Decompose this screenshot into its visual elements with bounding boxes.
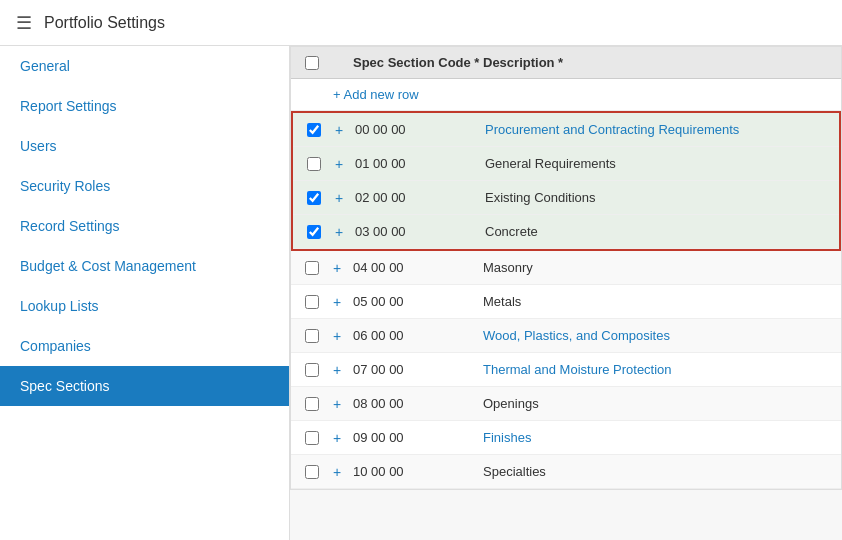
row-code: 05 00 00: [353, 294, 483, 309]
row-checkbox[interactable]: [305, 397, 319, 411]
row-checkbox-cell: [293, 191, 335, 205]
row-drag-handle[interactable]: +: [333, 328, 353, 344]
row-code: 02 00 00: [355, 190, 485, 205]
row-checkbox-cell: [291, 465, 333, 479]
sidebar-item-budget-cost[interactable]: Budget & Cost Management: [0, 246, 289, 286]
row-code: 01 00 00: [355, 156, 485, 171]
sidebar-item-companies[interactable]: Companies: [0, 326, 289, 366]
row-checkbox[interactable]: [305, 295, 319, 309]
row-checkbox[interactable]: [307, 225, 321, 239]
table-row: +06 00 00Wood, Plastics, and Composites: [291, 319, 841, 353]
row-description: Concrete: [485, 224, 839, 239]
row-drag-handle[interactable]: +: [335, 156, 355, 172]
row-checkbox[interactable]: [305, 465, 319, 479]
row-checkbox-cell: [293, 225, 335, 239]
row-code: 09 00 00: [353, 430, 483, 445]
row-description: Masonry: [483, 260, 841, 275]
row-description: Finishes: [483, 430, 841, 445]
row-checkbox[interactable]: [307, 123, 321, 137]
app-header: ☰ Portfolio Settings: [0, 0, 842, 46]
row-checkbox-cell: [291, 329, 333, 343]
sidebar-item-lookup-lists[interactable]: Lookup Lists: [0, 286, 289, 326]
table-row: +07 00 00Thermal and Moisture Protection: [291, 353, 841, 387]
row-checkbox-cell: [293, 123, 335, 137]
table-rows: +00 00 00Procurement and Contracting Req…: [291, 111, 841, 489]
sidebar-item-general[interactable]: General: [0, 46, 289, 86]
sidebar-item-users[interactable]: Users: [0, 126, 289, 166]
row-checkbox[interactable]: [305, 261, 319, 275]
column-header-code: Spec Section Code *: [353, 55, 483, 70]
row-checkbox[interactable]: [307, 157, 321, 171]
table-row: +01 00 00General Requirements: [293, 147, 839, 181]
table-row: +05 00 00Metals: [291, 285, 841, 319]
header-checkbox-col: [291, 56, 333, 70]
table-row: +03 00 00Concrete: [293, 215, 839, 249]
row-drag-handle[interactable]: +: [333, 260, 353, 276]
menu-icon[interactable]: ☰: [16, 12, 32, 34]
row-description: Procurement and Contracting Requirements: [485, 122, 839, 137]
row-drag-handle[interactable]: +: [335, 224, 355, 240]
row-checkbox[interactable]: [307, 191, 321, 205]
sidebar-item-report-settings[interactable]: Report Settings: [0, 86, 289, 126]
row-checkbox-cell: [291, 431, 333, 445]
row-drag-handle[interactable]: +: [333, 362, 353, 378]
selected-rows-group: +00 00 00Procurement and Contracting Req…: [291, 111, 841, 251]
sidebar-item-record-settings[interactable]: Record Settings: [0, 206, 289, 246]
row-code: 07 00 00: [353, 362, 483, 377]
row-description: Specialties: [483, 464, 841, 479]
spec-sections-table: Spec Section Code * Description * + Add …: [290, 46, 842, 490]
row-checkbox[interactable]: [305, 363, 319, 377]
table-row: +09 00 00Finishes: [291, 421, 841, 455]
main-content: Spec Section Code * Description * + Add …: [290, 46, 842, 540]
row-checkbox[interactable]: [305, 431, 319, 445]
row-code: 10 00 00: [353, 464, 483, 479]
page-title: Portfolio Settings: [44, 14, 165, 32]
column-header-desc: Description *: [483, 55, 841, 70]
row-code: 04 00 00: [353, 260, 483, 275]
row-checkbox-cell: [291, 261, 333, 275]
select-all-checkbox[interactable]: [305, 56, 319, 70]
row-drag-handle[interactable]: +: [333, 396, 353, 412]
row-drag-handle[interactable]: +: [335, 122, 355, 138]
table-row: +04 00 00Masonry: [291, 251, 841, 285]
row-code: 06 00 00: [353, 328, 483, 343]
sidebar: GeneralReport SettingsUsersSecurity Role…: [0, 46, 290, 540]
row-checkbox[interactable]: [305, 329, 319, 343]
sidebar-item-spec-sections[interactable]: Spec Sections: [0, 366, 289, 406]
row-drag-handle[interactable]: +: [333, 294, 353, 310]
table-row: +08 00 00Openings: [291, 387, 841, 421]
row-description: Wood, Plastics, and Composites: [483, 328, 841, 343]
row-description: Metals: [483, 294, 841, 309]
table-row: +02 00 00Existing Conditions: [293, 181, 839, 215]
row-description: Existing Conditions: [485, 190, 839, 205]
sidebar-item-security-roles[interactable]: Security Roles: [0, 166, 289, 206]
row-code: 00 00 00: [355, 122, 485, 137]
add-new-row-button[interactable]: + Add new row: [333, 87, 419, 102]
row-drag-handle[interactable]: +: [333, 464, 353, 480]
row-checkbox-cell: [291, 363, 333, 377]
row-code: 08 00 00: [353, 396, 483, 411]
row-description: Thermal and Moisture Protection: [483, 362, 841, 377]
row-drag-handle[interactable]: +: [335, 190, 355, 206]
add-row-bar: + Add new row: [291, 79, 841, 111]
main-layout: GeneralReport SettingsUsersSecurity Role…: [0, 46, 842, 540]
row-checkbox-cell: [291, 397, 333, 411]
row-checkbox-cell: [291, 295, 333, 309]
row-description: Openings: [483, 396, 841, 411]
table-row: +00 00 00Procurement and Contracting Req…: [293, 113, 839, 147]
table-row: +10 00 00Specialties: [291, 455, 841, 489]
row-drag-handle[interactable]: +: [333, 430, 353, 446]
row-checkbox-cell: [293, 157, 335, 171]
table-header: Spec Section Code * Description *: [291, 47, 841, 79]
row-description: General Requirements: [485, 156, 839, 171]
row-code: 03 00 00: [355, 224, 485, 239]
